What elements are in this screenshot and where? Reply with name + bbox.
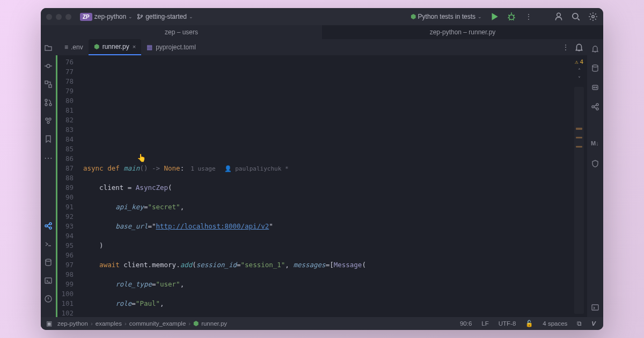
svg-point-6 (592, 16, 595, 18)
editor-split-tabs: zep – users zep-python – runner.py (41, 25, 603, 39)
branch-name: getting-started (145, 13, 187, 20)
close-icon[interactable]: × (133, 43, 136, 50)
settings-icon[interactable] (588, 12, 598, 21)
run-button[interactable] (489, 12, 499, 21)
svg-point-19 (46, 259, 51, 261)
database-sidebar-icon[interactable] (591, 64, 599, 72)
svg-point-18 (49, 227, 52, 229)
breadcrumb-segment[interactable]: community_example (129, 320, 186, 327)
python-file-icon: ⬢ (193, 320, 199, 327)
svg-point-25 (596, 87, 597, 88)
python-file-icon: ⬢ (94, 43, 99, 50)
next-highlight-button[interactable]: ˅ (578, 76, 581, 82)
terminal-tool-icon[interactable] (44, 276, 53, 285)
code-content[interactable]: async def main() -> None:1 usage👤 paulpa… (78, 55, 571, 317)
svg-point-11 (45, 104, 47, 106)
svg-point-7 (47, 64, 50, 68)
share-sidebar-icon[interactable] (591, 102, 599, 111)
split-tab-label: zep – users (165, 28, 198, 36)
svg-point-24 (594, 87, 595, 88)
svg-point-27 (596, 104, 598, 106)
problems-tool-icon[interactable] (44, 295, 53, 303)
chevron-down-icon: ⌄ (128, 14, 133, 19)
notifications-tool-icon[interactable] (591, 45, 599, 53)
svg-point-13 (46, 118, 48, 120)
tab-options-button[interactable]: ⋮ (557, 43, 574, 51)
project-tool-icon[interactable] (44, 43, 53, 52)
inspection-gutter: ⚠4 ˄ ˅ (571, 55, 587, 317)
code-editor[interactable]: 7677787980 8182838485 8687888990 9192939… (56, 55, 587, 317)
env-file-chip[interactable]: ≡ .env (59, 43, 89, 51)
cursor-position[interactable]: 90:6 (458, 320, 474, 327)
svg-point-16 (45, 225, 47, 227)
run-config-selector[interactable]: ⬢ Python tests in tests ⌄ (411, 13, 482, 20)
window-controls[interactable] (46, 14, 71, 20)
more-tools-icon[interactable]: ⋯ (44, 153, 53, 161)
structure-tool-icon[interactable] (44, 80, 53, 89)
search-icon[interactable] (571, 12, 581, 21)
run-config-name: Python tests in tests (418, 13, 475, 20)
svg-point-28 (596, 108, 598, 110)
project-name: zep-python (94, 13, 126, 20)
git-branch-selector[interactable]: getting-started ⌄ (137, 13, 193, 20)
env-file-label: .env (71, 43, 83, 51)
close-window-dot[interactable] (46, 14, 52, 20)
line-ending[interactable]: LF (479, 320, 491, 327)
ai-assistant-icon[interactable] (591, 83, 599, 92)
more-actions-button[interactable]: ⋮ (524, 12, 533, 21)
coverage-tool-icon[interactable] (591, 159, 599, 168)
split-tab-left[interactable]: zep – users (41, 25, 322, 39)
minimize-window-dot[interactable] (56, 14, 62, 20)
svg-point-1 (138, 18, 140, 19)
breadcrumb[interactable]: zep-python › examples › community_exampl… (57, 320, 227, 327)
svg-point-4 (557, 13, 561, 17)
usage-hint: 1 usage (191, 165, 215, 172)
svg-rect-9 (49, 85, 52, 87)
svg-point-0 (138, 14, 140, 16)
services-tool-icon[interactable] (44, 116, 53, 125)
split-tab-label: zep-python – runner.py (430, 28, 496, 36)
prev-highlight-button[interactable]: ˄ (578, 68, 581, 74)
project-selector[interactable]: ZP zep-python ⌄ (80, 13, 133, 21)
commit-tool-icon[interactable] (44, 62, 53, 70)
breadcrumb-segment[interactable]: zep-python (57, 320, 88, 327)
bookmarks-tool-icon[interactable] (44, 135, 53, 143)
list-icon: ≡ (64, 43, 68, 51)
left-tool-rail: ⋯ (41, 39, 56, 317)
breadcrumb-segment[interactable]: examples (96, 320, 122, 327)
statusbar: ▣ zep-python › examples › community_exam… (41, 317, 603, 330)
zoom-window-dot[interactable] (65, 14, 71, 20)
share-tool-icon[interactable] (44, 222, 53, 230)
interpreter-icon[interactable]: ⧉ (575, 320, 584, 327)
file-tab-pyproject[interactable]: ▦ pyproject.toml (141, 39, 201, 55)
split-tab-right[interactable]: zep-python – runner.py (322, 25, 603, 39)
terminal-sidebar-icon[interactable] (591, 303, 599, 312)
debug-button[interactable] (507, 12, 516, 21)
code-with-me-icon[interactable] (554, 12, 564, 21)
notifications-icon[interactable] (574, 42, 584, 52)
vim-icon[interactable]: V (589, 320, 598, 327)
file-tab-label: runner.py (103, 43, 129, 50)
svg-rect-29 (592, 305, 598, 310)
breadcrumb-segment[interactable]: runner.py (201, 320, 227, 327)
pull-requests-icon[interactable] (44, 98, 53, 107)
file-tab-runner[interactable]: ⬢ runner.py × (89, 39, 141, 55)
warnings-count: 4 (580, 58, 584, 65)
ide-window: ZP zep-python ⌄ getting-started ⌄ ⬢ Pyth… (41, 8, 603, 330)
file-tab-label: pyproject.toml (156, 43, 196, 51)
module-icon: ▣ (46, 320, 52, 327)
svg-point-26 (592, 106, 594, 108)
svg-point-17 (49, 223, 52, 225)
database-tool-icon[interactable] (44, 258, 53, 267)
svg-point-12 (49, 104, 52, 106)
minimap[interactable] (574, 87, 584, 314)
python-console-icon[interactable] (44, 240, 53, 248)
indent-setting[interactable]: 4 spaces (540, 320, 569, 327)
svg-point-2 (141, 15, 143, 17)
warnings-indicator[interactable]: ⚠4 (575, 58, 583, 65)
author-hint: 👤 paulpaliychuk * (224, 165, 289, 172)
file-encoding[interactable]: UTF-8 (496, 320, 518, 327)
readonly-icon[interactable]: 🔓 (523, 320, 535, 327)
line-number-gutter: 7677787980 8182838485 8687888990 9192939… (57, 55, 78, 317)
makefile-tool-icon[interactable]: M↓ (591, 140, 599, 149)
